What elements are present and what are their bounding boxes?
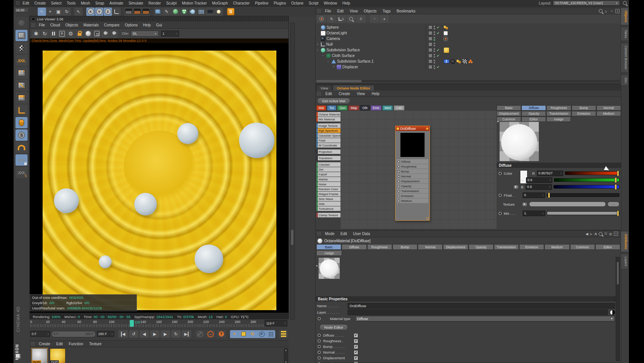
enabled-check-icon[interactable]: ✔ [437, 31, 440, 35]
next-frame-icon[interactable]: ▶ [161, 330, 170, 338]
category-chip[interactable]: Map [348, 105, 359, 111]
timeline-ruler[interactable]: 020406080100140160180200220240260280 119 [30, 320, 266, 328]
node-editor-button[interactable]: Node Editor [319, 324, 348, 331]
search-icon[interactable] [599, 232, 603, 236]
primitive-cube-icon[interactable] [154, 8, 162, 16]
layer-toggle-icon[interactable] [428, 42, 432, 46]
object-row[interactable]: − Subdivision Surface.1 [316, 58, 621, 64]
lock-y-axis-icon[interactable]: Y [95, 8, 103, 16]
search-icon[interactable] [623, 1, 627, 5]
node-port[interactable]: Medium [397, 198, 428, 203]
node-port[interactable]: Displacement [397, 179, 428, 183]
menu-item[interactable]: Edit [337, 232, 350, 236]
object-row[interactable]: Sphere ✔ [316, 25, 621, 30]
layer-toggle-icon[interactable] [428, 25, 432, 29]
play-backwards-icon[interactable]: ↺ [129, 330, 138, 338]
radio-icon[interactable] [317, 356, 321, 360]
node-type-item[interactable]: Dirt [316, 167, 340, 172]
object-name[interactable]: Subdivision Surface [327, 48, 360, 52]
port-socket-icon[interactable] [397, 180, 400, 183]
port-socket-icon[interactable] [397, 175, 400, 178]
subdivision-surface-generator-icon[interactable] [171, 8, 179, 16]
material-pick-pin-icon[interactable] [110, 30, 118, 38]
last-tool-icon[interactable]: ↖ [74, 8, 83, 16]
palette-grip-icon[interactable] [317, 232, 321, 236]
refresh-icon[interactable]: ↻ [41, 30, 49, 38]
material-scrollbar[interactable] [284, 348, 288, 363]
menu-item[interactable]: User Data [350, 232, 373, 236]
visibility-dots-icon[interactable] [434, 43, 435, 46]
home-icon[interactable]: ⌂ [603, 9, 609, 13]
node-type-item[interactable]: Ridged Fractal [316, 192, 340, 196]
collapse-arrow-icon[interactable]: ▼ [497, 120, 499, 123]
l-zero-icon[interactable]: 0 [337, 15, 346, 23]
layer-field[interactable] [348, 309, 608, 315]
property-tab[interactable]: Transmission [546, 111, 571, 116]
polygons-mode-icon[interactable] [15, 92, 28, 103]
dock-tab[interactable]: Content Browser [621, 43, 629, 72]
go-to-end-icon[interactable]: ▶ [182, 330, 191, 338]
dock-tab[interactable]: Objects [621, 8, 629, 25]
property-tab[interactable]: Normal [596, 105, 621, 111]
add-panel-icon[interactable]: + [615, 9, 619, 13]
workplane-mode-icon[interactable] [15, 55, 28, 66]
object-name[interactable]: Displacer [342, 65, 358, 69]
channel-dropdown[interactable]: DL ▼ [131, 31, 159, 37]
tag-phong-icon[interactable] [451, 59, 455, 64]
range-start-field[interactable]: 0 F↕ [30, 331, 50, 337]
lock-icon[interactable]: ⚿ [604, 232, 607, 236]
name-field[interactable]: OctDiffuse [348, 303, 615, 309]
menu-item[interactable]: Edit [322, 92, 335, 96]
node-type-item[interactable]: Mix Material [316, 117, 340, 122]
add-panel-icon[interactable]: + [614, 232, 618, 236]
points-mode-icon[interactable] [15, 67, 28, 78]
node-port[interactable]: Bump [397, 169, 428, 174]
node-header[interactable]: OctDiffuse [396, 126, 429, 131]
radio-icon[interactable] [317, 361, 321, 363]
dock-tab[interactable]: Layers [621, 254, 629, 269]
radio-icon[interactable] [498, 171, 502, 175]
node-type-item[interactable]: Marble [316, 177, 340, 182]
menu-item[interactable]: Gui [153, 23, 165, 27]
pause-icon[interactable] [49, 30, 57, 38]
node-port[interactable]: Normal [397, 174, 428, 178]
node-type-item[interactable]: Falloff [316, 172, 340, 177]
collapse-arrow-icon[interactable]: ▼ [316, 265, 318, 267]
layer-browser-icon[interactable] [610, 310, 615, 315]
slider-handle[interactable] [617, 211, 619, 216]
mograph-cloner-icon[interactable] [180, 8, 188, 16]
menu-item[interactable]: Materials [81, 23, 101, 27]
pointer-icon[interactable]: A [595, 232, 597, 236]
object-row[interactable]: − Cloth Surface ✔ [316, 53, 621, 58]
layer-group-b-icon[interactable]: ◕ [380, 15, 389, 23]
scale-icon[interactable]: ▣ [54, 8, 63, 16]
range-end-field[interactable]: 280 F↕ [97, 331, 114, 337]
palette-grip-icon[interactable] [317, 92, 321, 96]
lock-x-axis-icon[interactable]: X [86, 8, 95, 16]
object-name[interactable]: Subdivision Surface.1 [337, 59, 374, 63]
menu-item[interactable]: Script [306, 1, 321, 6]
menu-item[interactable]: Tags [380, 9, 394, 13]
texture-mode-icon[interactable] [15, 42, 28, 54]
keyframe-selection-icon[interactable] [279, 330, 288, 338]
property-tab[interactable]: Assign [546, 117, 571, 122]
menu-item[interactable]: Select [48, 1, 64, 6]
texture-expand-button[interactable]: ▶ [522, 202, 527, 207]
category-chip[interactable]: Med [382, 105, 393, 111]
port-socket-icon[interactable] [397, 190, 400, 192]
visibility-dots-icon[interactable] [434, 48, 435, 52]
menu-item[interactable]: Simulate [126, 1, 146, 6]
property-tab[interactable]: Emission [572, 111, 596, 116]
render-to-picture-viewer-icon[interactable] [133, 8, 141, 16]
record-position-icon[interactable]: + [230, 331, 239, 338]
node-type-item[interactable]: Noise [316, 182, 340, 186]
menu-item[interactable]: View [347, 9, 361, 13]
magnet-snap-icon[interactable] [15, 142, 28, 153]
object-name[interactable]: Null [326, 42, 333, 46]
tag-target-icon[interactable] [443, 37, 448, 41]
port-socket-icon[interactable] [397, 200, 400, 202]
live-viewer-titlebar[interactable]: Live Viewer 3.06 [30, 16, 288, 22]
node-type-item[interactable]: Float [316, 138, 340, 143]
menu-item[interactable]: Help [340, 1, 353, 6]
visibility-dots-icon[interactable] [434, 65, 435, 69]
